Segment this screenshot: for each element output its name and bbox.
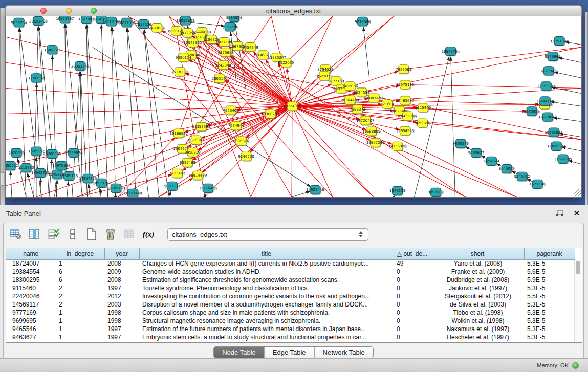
cell-name[interactable]: 18300295: [6, 276, 56, 284]
cell-pagerank[interactable]: 5.5E-5: [524, 292, 575, 300]
scrollbar-thumb[interactable]: [576, 261, 580, 274]
graph-node[interactable]: 1599267: [28, 147, 44, 156]
cell-in_degree[interactable]: 1: [56, 333, 104, 341]
graph-node[interactable]: 9227343: [541, 67, 557, 75]
tab-network-table[interactable]: Network Table: [314, 347, 373, 358]
citation-edge-black[interactable]: [394, 195, 395, 197]
citation-edge-black[interactable]: [100, 189, 101, 197]
cell-name[interactable]: 18724007: [6, 259, 56, 268]
hide-rows-icon[interactable]: [66, 227, 80, 242]
column-header-year[interactable]: year: [104, 248, 139, 259]
citation-edge-black[interactable]: [292, 191, 310, 197]
cell-title[interactable]: Corpus callosum shape and size in male p…: [139, 309, 394, 317]
graph-node[interactable]: 19166827: [170, 129, 188, 138]
graph-node[interactable]: 19756928: [388, 142, 407, 150]
table-row[interactable]: 2242004622012Investigating the contribut…: [6, 292, 575, 300]
cell-year[interactable]: 1997: [104, 284, 139, 292]
graph-node[interactable]: 3624554: [354, 88, 370, 97]
cell-year[interactable]: 1998: [104, 309, 139, 317]
cell-pagerank[interactable]: 5.3E-5: [524, 284, 575, 292]
citation-edge-red[interactable]: [6, 106, 292, 114]
cell-short[interactable]: Nakamura et al. (1997): [431, 325, 524, 333]
zoom-traffic-light-icon[interactable]: [91, 8, 97, 14]
cell-title[interactable]: Disruption of a novel member of a sodium…: [139, 300, 394, 309]
cell-name[interactable]: 9699695: [6, 317, 56, 325]
graph-node[interactable]: 8813054: [226, 16, 243, 22]
cell-short[interactable]: Wolkin et al. (1998): [431, 317, 524, 325]
citation-edge-red[interactable]: [292, 106, 465, 197]
cell-out_degree[interactable]: 0: [394, 325, 431, 333]
citation-edge-black[interactable]: [554, 72, 581, 78]
graph-node[interactable]: 14463627: [396, 96, 415, 105]
cell-pagerank[interactable]: 5.3E-5: [524, 300, 575, 309]
graph-node[interactable]: 15716485: [199, 184, 217, 192]
select-all-rows-icon[interactable]: [47, 227, 61, 242]
graph-node[interactable]: 10853287: [56, 16, 74, 23]
cell-in_degree[interactable]: 2: [56, 300, 104, 309]
cell-in_degree[interactable]: 2: [56, 284, 104, 292]
citation-edge-black[interactable]: [86, 25, 90, 197]
citation-edge-black[interactable]: [28, 173, 34, 197]
cell-name[interactable]: 9463627: [6, 333, 56, 341]
cell-out_degree[interactable]: 49: [394, 259, 431, 268]
table-row[interactable]: 1872400712008Changes of HCN gene express…: [6, 259, 575, 268]
minimize-traffic-light-icon[interactable]: [66, 8, 72, 14]
cell-in_degree[interactable]: 1: [56, 259, 104, 268]
table-selector-dropdown[interactable]: citations_edges.txt: [167, 228, 368, 241]
citation-edge-black[interactable]: [65, 24, 67, 197]
citation-edge-black[interactable]: [553, 118, 581, 122]
graph-node[interactable]: 16210643: [538, 113, 557, 121]
table-settings-icon[interactable]: [9, 227, 23, 242]
cell-year[interactable]: 2009: [104, 268, 139, 276]
graph-node[interactable]: 1527002: [78, 16, 94, 24]
graph-node[interactable]: 20691406: [29, 17, 48, 26]
citation-edge-red[interactable]: [205, 106, 292, 197]
citation-edge-black[interactable]: [235, 23, 246, 89]
citation-edge-black[interactable]: [87, 25, 100, 197]
cell-in_degree[interactable]: 2: [56, 292, 104, 300]
table-row[interactable]: 969969511998Structural magnetic resonanc…: [6, 317, 575, 325]
graph-node[interactable]: 9358102: [428, 188, 444, 196]
table-row[interactable]: 1830029562008Estimation of significance …: [6, 276, 575, 284]
cell-out_degree[interactable]: 0: [394, 300, 431, 309]
graph-node[interactable]: 16914479: [189, 171, 207, 180]
cell-pagerank[interactable]: 5.9E-5: [524, 276, 575, 284]
citation-edge-black[interactable]: [127, 28, 149, 197]
column-header-pagerank[interactable]: pagerank: [524, 248, 575, 259]
cell-in_degree[interactable]: 6: [56, 268, 104, 276]
cell-name[interactable]: 9115460: [6, 284, 56, 292]
cell-in_degree[interactable]: 1: [56, 325, 104, 333]
citation-edge-black[interactable]: [49, 160, 52, 197]
column-header-title[interactable]: title: [139, 248, 394, 259]
graph-node[interactable]: 9465546: [453, 139, 469, 148]
cell-short[interactable]: Tibbo et al. (1998): [431, 309, 524, 317]
cell-pagerank[interactable]: 5.6E-5: [524, 268, 575, 276]
cell-in_degree[interactable]: 1: [56, 309, 104, 317]
cell-pagerank[interactable]: 5.3E-5: [524, 259, 575, 268]
cell-pagerank[interactable]: 5.3E-5: [524, 309, 575, 317]
cell-short[interactable]: Hescheler et al. (1997): [431, 333, 524, 341]
cell-short[interactable]: Jankovic et al. (1997): [431, 284, 524, 292]
cell-title[interactable]: Estimation of significance thresholds fo…: [139, 276, 394, 284]
cell-title[interactable]: Structural magnetic resonance image aver…: [139, 317, 394, 325]
cell-in_degree[interactable]: 6: [56, 276, 104, 284]
tab-edge-table[interactable]: Edge Table: [264, 347, 314, 358]
graph-node[interactable]: 8878342: [188, 136, 204, 144]
column-header-short[interactable]: short: [431, 248, 524, 259]
table-row[interactable]: 911546021997Tourette syndrome. Phenomeno…: [6, 284, 575, 292]
citation-edge-black[interactable]: [551, 102, 581, 106]
graph-node[interactable]: 2718120: [172, 68, 188, 76]
cell-name[interactable]: 9777169: [6, 309, 56, 317]
graph-node[interactable]: 16648784: [442, 47, 460, 56]
citation-edge-black[interactable]: [112, 27, 128, 197]
cell-short[interactable]: de Silva et al. (2003): [431, 300, 524, 309]
graph-node[interactable]: 9699695: [415, 119, 430, 127]
citation-edge-red[interactable]: [192, 42, 333, 197]
close-panel-icon[interactable]: ✕: [572, 209, 582, 217]
cell-out_degree[interactable]: 0: [394, 333, 431, 341]
cell-in_degree[interactable]: 1: [56, 317, 104, 325]
cell-year[interactable]: 1997: [104, 325, 139, 333]
cell-year[interactable]: 2008: [104, 259, 139, 268]
cell-name[interactable]: 22420046: [6, 292, 56, 300]
cell-out_degree[interactable]: 0: [394, 268, 431, 276]
